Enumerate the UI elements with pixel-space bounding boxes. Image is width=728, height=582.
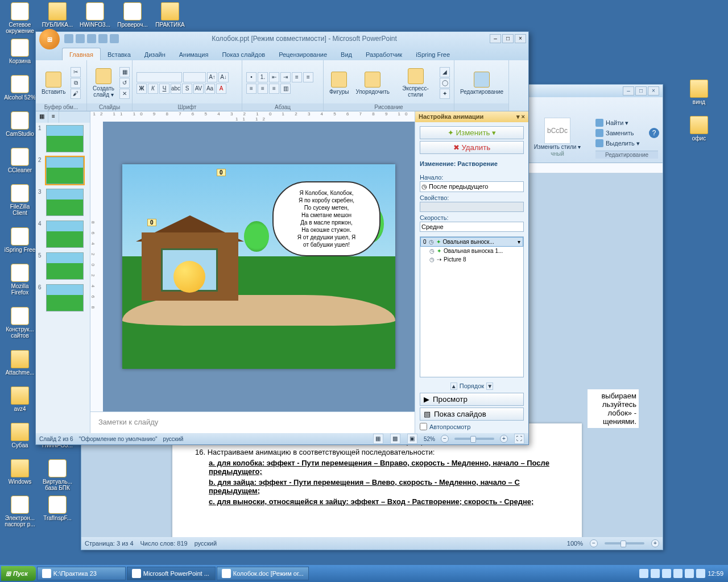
grow-font-icon[interactable]: A↑	[207, 72, 217, 82]
view-sorter-icon[interactable]: ▩	[390, 434, 400, 444]
restore-button[interactable]: □	[502, 34, 514, 43]
desktop-icon[interactable]: HWiNFO3...	[77, 2, 113, 28]
desktop-icon[interactable]: Корзина	[2, 39, 38, 64]
move-down-button[interactable]: ▼	[486, 383, 493, 390]
tray-icon[interactable]	[662, 569, 671, 578]
autopreview-checkbox[interactable]: Автопросмотр	[420, 423, 524, 430]
tray-icon[interactable]	[673, 569, 682, 578]
close-button[interactable]: ×	[648, 86, 659, 95]
desktop-icon[interactable]: Windows	[2, 459, 38, 485]
desktop-icon[interactable]: Attachme...	[2, 350, 38, 376]
animation-item[interactable]: ◷⇢Picture 8	[420, 255, 523, 264]
save-icon[interactable]	[64, 34, 73, 43]
arrange-button[interactable]: Упорядочить	[353, 70, 392, 96]
tab-slideshow[interactable]: Показ слайдов	[215, 48, 272, 60]
print-icon[interactable]	[110, 34, 119, 43]
font-size-select[interactable]	[183, 72, 206, 82]
language-indicator[interactable]: русский	[195, 540, 217, 547]
language-indicator[interactable]: русский	[163, 436, 183, 442]
shapes-button[interactable]: Фигуры	[327, 70, 351, 96]
tray-icon[interactable]	[651, 569, 660, 578]
move-up-button[interactable]: ▲	[450, 383, 457, 390]
justify-icon[interactable]: ≡	[269, 84, 279, 94]
preview-button[interactable]: ▶ Просмотр	[420, 393, 524, 406]
font-color-icon[interactable]: A	[216, 84, 226, 94]
redo-icon[interactable]	[87, 34, 96, 43]
desktop-icon[interactable]: Конструк... сайтов	[2, 307, 38, 339]
desktop-icon[interactable]: Сетевое окружение	[2, 2, 38, 34]
line-spacing-icon[interactable]: ≡	[292, 72, 302, 82]
slide-thumbnail-3[interactable]: 3	[36, 186, 90, 218]
find-button[interactable]: Найти ▾	[595, 118, 658, 128]
layout-icon[interactable]: ▦	[119, 67, 130, 77]
word-count[interactable]: Число слов: 819	[140, 540, 188, 547]
delete-effect-button[interactable]: ✖ Удалить	[420, 141, 524, 154]
view-slideshow-icon[interactable]: ▣	[407, 434, 417, 444]
animation-list[interactable]: 0◷✦Овальная выноск...▾ ◷✦Овальная выноск…	[420, 236, 524, 377]
change-effect-button[interactable]: ✦ Изменить ▾	[420, 126, 524, 139]
zoom-slider[interactable]	[454, 438, 494, 440]
tab-view[interactable]: Вид	[334, 48, 359, 60]
desktop-icon[interactable]: Провероч...	[115, 2, 150, 28]
page-indicator[interactable]: Страница: 3 из 4	[85, 540, 134, 547]
slide-canvas[interactable]: Я Колобок, Колобок, Я по коробу скребен,…	[122, 164, 395, 369]
tab-animation[interactable]: Анимация	[172, 48, 216, 60]
font-family-select[interactable]	[136, 72, 182, 82]
zoom-out-button[interactable]: −	[590, 539, 598, 547]
titlebar[interactable]: ⊞ Колобок.ppt [Режим совместимости] - Mi…	[36, 32, 528, 45]
zoom-in-button[interactable]: +	[500, 435, 508, 443]
bold-icon[interactable]: Ж	[136, 84, 147, 94]
tab-developer[interactable]: Разработчик	[359, 48, 409, 60]
slideshow-button[interactable]: ▧ Показ слайдов	[420, 408, 524, 421]
tab-design[interactable]: Дизайн	[138, 48, 172, 60]
spacing-icon[interactable]: AV	[193, 84, 204, 94]
open-icon[interactable]	[98, 34, 107, 43]
desktop-icon[interactable]: Alcohol 52%	[2, 75, 38, 101]
theme-indicator[interactable]: "Оформление по умолчанию"	[79, 436, 158, 442]
shadow-icon[interactable]: S	[182, 84, 192, 94]
replace-button[interactable]: Заменить	[595, 128, 658, 138]
desktop-icon[interactable]: iSpring Free	[2, 227, 38, 253]
thumbnails-tab-outline[interactable]: ≡	[48, 111, 59, 123]
house-shape[interactable]	[142, 215, 238, 301]
slide-thumbnail-4[interactable]: 4	[36, 218, 90, 250]
desktop-icon[interactable]: Cyбaa	[2, 423, 38, 448]
indent-dec-icon[interactable]: ⇤	[269, 72, 279, 82]
select-button[interactable]: Выделить ▾	[595, 138, 658, 148]
slide-thumbnail-6[interactable]: 6	[36, 282, 90, 314]
strike-icon[interactable]: abc	[171, 84, 181, 94]
kolobok-shape[interactable]	[173, 261, 205, 293]
pane-dropdown-icon[interactable]: ▾	[516, 113, 520, 120]
editing-button[interactable]: Редактирование	[458, 70, 506, 96]
desktop-icon[interactable]: Электрон... паспорт р...	[2, 496, 38, 527]
new-slide-button[interactable]: Создать слайд ▾	[90, 67, 117, 99]
animation-item[interactable]: ◷✦Овальная выноска 1...	[420, 247, 523, 255]
undo-icon[interactable]	[76, 34, 85, 43]
zoom-level[interactable]: 100%	[567, 540, 583, 547]
styles-group[interactable]: bCcDc Изменить стили ▾ чный	[526, 118, 589, 157]
tab-review[interactable]: Рецензирование	[272, 48, 334, 60]
thumbnails-tab-slides[interactable]: ▦	[36, 111, 48, 123]
desktop-icon[interactable]: ПРАКТИКА	[152, 2, 188, 28]
delete-icon[interactable]: ✕	[119, 89, 130, 99]
align-left-icon[interactable]: ≡	[303, 72, 313, 82]
clock[interactable]: 12:59	[708, 570, 723, 577]
tab-home[interactable]: Главная	[62, 48, 101, 60]
close-button[interactable]: ×	[515, 34, 526, 43]
minimize-button[interactable]: –	[490, 34, 501, 43]
underline-icon[interactable]: Ч	[159, 84, 169, 94]
desktop-icon[interactable]: винд	[681, 80, 717, 105]
tray-icon[interactable]	[696, 569, 705, 578]
indent-inc-icon[interactable]: ⇥	[280, 72, 291, 82]
shape-effects-icon[interactable]: ✦	[440, 89, 450, 99]
desktop-icon[interactable]: TrafInspF...	[40, 496, 75, 521]
quick-styles-button[interactable]: Экспресс-стили	[394, 67, 437, 99]
zoom-slider[interactable]	[605, 542, 644, 544]
desktop-icon[interactable]: Mozilla Firefox	[2, 264, 38, 296]
maximize-button[interactable]: □	[635, 86, 647, 95]
taskbar-item[interactable]: Колобок.doc [Режим ог...	[217, 567, 309, 580]
desktop-icon[interactable]: avz4	[2, 386, 38, 412]
system-tray[interactable]: 12:59	[636, 569, 727, 578]
animation-marker[interactable]: 0	[217, 169, 226, 176]
tray-icon[interactable]	[639, 569, 648, 578]
